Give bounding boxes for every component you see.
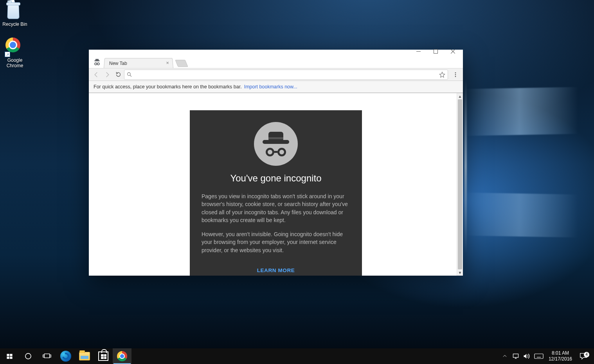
tab-strip: New Tab × bbox=[89, 57, 463, 68]
svg-rect-3 bbox=[95, 59, 99, 61]
taskbar-app-file-explorer[interactable] bbox=[75, 348, 94, 364]
chrome-icon bbox=[117, 351, 127, 361]
svg-point-9 bbox=[455, 72, 456, 74]
incognito-heading: You've gone incognito bbox=[230, 173, 321, 184]
svg-point-5 bbox=[97, 63, 100, 65]
incognito-paragraph: Pages you view in incognito tabs won't s… bbox=[202, 192, 350, 224]
address-input[interactable] bbox=[134, 70, 437, 79]
desktop-icon-recycle-bin[interactable]: Recycle Bin bbox=[0, 2, 30, 27]
cortana-search-button[interactable] bbox=[19, 348, 38, 364]
bookmarks-bar: For quick access, place your bookmarks h… bbox=[89, 81, 463, 93]
nav-forward-button[interactable] bbox=[102, 70, 112, 80]
import-bookmarks-link[interactable]: Import bookmarks now... bbox=[244, 84, 297, 90]
tab-close-button[interactable]: × bbox=[165, 60, 171, 66]
scrollbar-track[interactable] bbox=[457, 99, 463, 269]
window-close-button[interactable] bbox=[444, 46, 461, 57]
nav-reload-button[interactable] bbox=[113, 70, 123, 80]
shortcut-overlay-icon: ↗ bbox=[5, 52, 10, 57]
learn-more-link[interactable]: LEARN MORE bbox=[257, 267, 295, 273]
file-explorer-icon bbox=[79, 352, 90, 360]
svg-rect-6 bbox=[97, 64, 98, 65]
taskbar: 8:01 AM 12/17/2016 4 bbox=[0, 348, 594, 364]
titlebar[interactable] bbox=[89, 50, 463, 57]
new-tab-button[interactable] bbox=[175, 60, 188, 67]
chrome-window: New Tab × bbox=[89, 50, 463, 276]
svg-rect-18 bbox=[43, 355, 44, 357]
svg-point-16 bbox=[25, 353, 31, 359]
chrome-menu-button[interactable] bbox=[450, 70, 461, 80]
taskbar-clock[interactable]: 8:01 AM 12/17/2016 bbox=[545, 350, 575, 362]
tray-network-icon[interactable] bbox=[510, 348, 521, 364]
svg-point-10 bbox=[455, 74, 456, 75]
svg-rect-12 bbox=[7, 354, 9, 356]
desktop[interactable]: Recycle Bin ↗ Google Chrome bbox=[0, 0, 594, 364]
tray-input-indicator-icon[interactable] bbox=[532, 348, 545, 364]
svg-point-4 bbox=[95, 63, 97, 65]
tray-overflow-button[interactable] bbox=[499, 348, 510, 364]
scrollbar-up-button[interactable]: ▲ bbox=[457, 93, 463, 99]
svg-point-11 bbox=[455, 76, 456, 77]
svg-rect-23 bbox=[535, 354, 543, 359]
omnibox[interactable] bbox=[124, 70, 448, 80]
tray-volume-icon[interactable] bbox=[521, 348, 532, 364]
bookmarks-hint-text: For quick access, place your bookmarks h… bbox=[94, 84, 242, 90]
svg-rect-0 bbox=[416, 51, 421, 52]
svg-rect-1 bbox=[434, 49, 437, 53]
desktop-icon-label: Recycle Bin bbox=[0, 22, 30, 27]
chrome-icon: ↗ bbox=[5, 38, 24, 56]
wallpaper-streak bbox=[465, 87, 578, 136]
svg-line-8 bbox=[130, 75, 131, 77]
desktop-icon-google-chrome[interactable]: ↗ Google Chrome bbox=[0, 38, 30, 68]
svg-rect-13 bbox=[10, 354, 12, 356]
browser-tab[interactable]: New Tab × bbox=[104, 58, 173, 68]
svg-rect-19 bbox=[50, 355, 51, 357]
bookmark-star-button[interactable] bbox=[439, 72, 445, 78]
vertical-scrollbar[interactable]: ▲ ▼ bbox=[457, 93, 463, 276]
notification-badge: 4 bbox=[584, 352, 589, 357]
incognito-paragraph: However, you aren't invisible. Going inc… bbox=[202, 230, 350, 254]
svg-rect-17 bbox=[44, 354, 50, 358]
edge-icon bbox=[60, 351, 71, 362]
nav-back-button[interactable] bbox=[91, 70, 101, 80]
incognito-indicator-icon bbox=[93, 58, 101, 67]
scrollbar-down-button[interactable]: ▼ bbox=[457, 269, 463, 276]
desktop-icon-label: Google Chrome bbox=[0, 57, 30, 68]
taskbar-app-store[interactable] bbox=[94, 348, 113, 364]
wallpaper-beam bbox=[464, 78, 467, 254]
browser-toolbar bbox=[89, 68, 463, 81]
clock-time: 8:01 AM bbox=[549, 350, 572, 356]
start-button[interactable] bbox=[0, 348, 19, 364]
tab-title: New Tab bbox=[109, 61, 127, 66]
search-icon bbox=[127, 72, 132, 77]
taskbar-app-edge[interactable] bbox=[56, 348, 75, 364]
svg-rect-15 bbox=[10, 357, 12, 359]
action-center-button[interactable]: 4 bbox=[575, 353, 592, 360]
window-minimize-button[interactable] bbox=[410, 46, 427, 57]
svg-rect-14 bbox=[7, 357, 9, 359]
store-icon bbox=[98, 351, 108, 361]
wallpaper-streak bbox=[465, 192, 578, 237]
svg-point-7 bbox=[128, 73, 131, 76]
clock-date: 12/17/2016 bbox=[549, 356, 572, 362]
taskbar-app-chrome[interactable] bbox=[113, 348, 131, 364]
task-view-button[interactable] bbox=[38, 348, 56, 364]
incognito-card: You've gone incognito Pages you view in … bbox=[190, 110, 362, 276]
recycle-bin-icon bbox=[5, 2, 24, 20]
incognito-hero-icon bbox=[254, 122, 298, 166]
scrollbar-thumb[interactable] bbox=[458, 99, 462, 269]
svg-rect-20 bbox=[513, 354, 518, 357]
window-maximize-button[interactable] bbox=[427, 46, 444, 57]
browser-viewport: You've gone incognito Pages you view in … bbox=[89, 93, 463, 276]
